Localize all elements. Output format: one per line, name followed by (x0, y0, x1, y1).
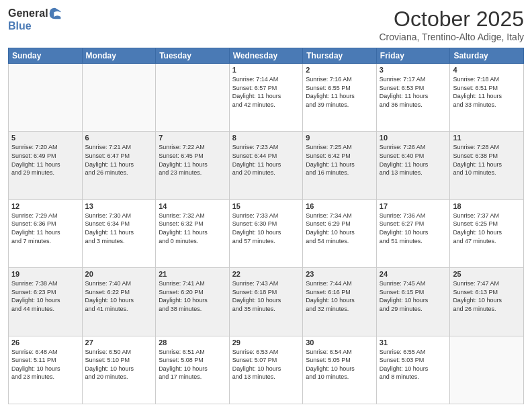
table-row: 8Sunrise: 7:23 AM Sunset: 6:44 PM Daylig… (229, 132, 303, 199)
day-info: Sunrise: 7:38 AM Sunset: 6:23 PM Dayligh… (11, 279, 79, 313)
table-row: 21Sunrise: 7:41 AM Sunset: 6:20 PM Dayli… (156, 268, 230, 336)
col-saturday: Saturday (450, 48, 524, 64)
day-info: Sunrise: 7:14 AM Sunset: 6:57 PM Dayligh… (232, 75, 300, 109)
table-row: 20Sunrise: 7:40 AM Sunset: 6:22 PM Dayli… (82, 268, 156, 336)
day-info: Sunrise: 7:41 AM Sunset: 6:20 PM Dayligh… (159, 279, 226, 313)
day-number: 25 (453, 270, 521, 278)
table-row: 17Sunrise: 7:36 AM Sunset: 6:27 PM Dayli… (376, 199, 450, 267)
day-number: 22 (232, 270, 300, 278)
day-info: Sunrise: 6:54 AM Sunset: 5:05 PM Dayligh… (306, 348, 373, 381)
day-info: Sunrise: 7:30 AM Sunset: 6:34 PM Dayligh… (85, 212, 153, 245)
calendar-row: 1Sunrise: 7:14 AM Sunset: 6:57 PM Daylig… (9, 64, 524, 132)
logo: General Blue (8, 7, 62, 32)
day-number: 8 (232, 134, 300, 142)
day-number: 10 (380, 134, 447, 142)
day-number: 20 (85, 270, 153, 278)
logo-icon (48, 7, 62, 20)
table-row: 29Sunrise: 6:53 AM Sunset: 5:07 PM Dayli… (229, 336, 303, 404)
day-info: Sunrise: 7:25 AM Sunset: 6:42 PM Dayligh… (306, 143, 373, 177)
table-row: 25Sunrise: 7:47 AM Sunset: 6:13 PM Dayli… (450, 268, 524, 336)
day-info: Sunrise: 7:43 AM Sunset: 6:18 PM Dayligh… (232, 279, 300, 313)
table-row (82, 64, 156, 132)
page: General Blue October 2025 Croviana, Tren… (0, 0, 532, 411)
day-number: 24 (380, 270, 447, 278)
day-info: Sunrise: 6:50 AM Sunset: 5:10 PM Dayligh… (85, 348, 153, 381)
table-row: 11Sunrise: 7:28 AM Sunset: 6:38 PM Dayli… (450, 132, 524, 199)
day-number: 31 (380, 338, 447, 347)
day-info: Sunrise: 7:47 AM Sunset: 6:13 PM Dayligh… (453, 279, 521, 313)
table-row: 30Sunrise: 6:54 AM Sunset: 5:05 PM Dayli… (303, 336, 377, 404)
day-info: Sunrise: 7:45 AM Sunset: 6:15 PM Dayligh… (380, 279, 447, 313)
table-row: 2Sunrise: 7:16 AM Sunset: 6:55 PM Daylig… (303, 64, 377, 132)
day-number: 12 (11, 202, 79, 210)
table-row: 14Sunrise: 7:32 AM Sunset: 6:32 PM Dayli… (156, 199, 230, 267)
day-number: 6 (85, 134, 153, 142)
day-number: 15 (232, 202, 300, 210)
table-row: 6Sunrise: 7:21 AM Sunset: 6:47 PM Daylig… (82, 132, 156, 199)
day-number: 29 (232, 338, 300, 347)
table-row: 9Sunrise: 7:25 AM Sunset: 6:42 PM Daylig… (303, 132, 377, 199)
day-info: Sunrise: 7:28 AM Sunset: 6:38 PM Dayligh… (453, 143, 521, 177)
day-number: 21 (159, 270, 226, 278)
day-number: 26 (11, 338, 79, 347)
table-row: 10Sunrise: 7:26 AM Sunset: 6:40 PM Dayli… (376, 132, 450, 199)
day-number: 14 (159, 202, 226, 210)
table-row: 18Sunrise: 7:37 AM Sunset: 6:25 PM Dayli… (450, 199, 524, 267)
logo-text-blue: Blue (8, 20, 32, 32)
table-row: 16Sunrise: 7:34 AM Sunset: 6:29 PM Dayli… (303, 199, 377, 267)
col-sunday: Sunday (9, 48, 83, 64)
month-title: October 2025 (379, 7, 524, 32)
day-number: 19 (11, 270, 79, 278)
day-number: 7 (159, 134, 226, 142)
day-info: Sunrise: 7:26 AM Sunset: 6:40 PM Dayligh… (380, 143, 447, 177)
day-info: Sunrise: 7:21 AM Sunset: 6:47 PM Dayligh… (85, 143, 153, 177)
table-row: 19Sunrise: 7:38 AM Sunset: 6:23 PM Dayli… (9, 268, 83, 336)
table-row: 31Sunrise: 6:55 AM Sunset: 5:03 PM Dayli… (376, 336, 450, 404)
day-info: Sunrise: 7:16 AM Sunset: 6:55 PM Dayligh… (306, 75, 373, 109)
table-row: 24Sunrise: 7:45 AM Sunset: 6:15 PM Dayli… (376, 268, 450, 336)
day-info: Sunrise: 7:29 AM Sunset: 6:36 PM Dayligh… (11, 212, 79, 245)
table-row: 3Sunrise: 7:17 AM Sunset: 6:53 PM Daylig… (376, 64, 450, 132)
day-number: 4 (453, 66, 521, 74)
day-info: Sunrise: 7:17 AM Sunset: 6:53 PM Dayligh… (380, 75, 447, 109)
day-info: Sunrise: 7:34 AM Sunset: 6:29 PM Dayligh… (306, 212, 373, 245)
day-info: Sunrise: 6:53 AM Sunset: 5:07 PM Dayligh… (232, 348, 300, 381)
day-info: Sunrise: 7:18 AM Sunset: 6:51 PM Dayligh… (453, 75, 521, 109)
day-number: 28 (159, 338, 226, 347)
calendar-table: Sunday Monday Tuesday Wednesday Thursday… (8, 48, 524, 404)
day-number: 11 (453, 134, 521, 142)
calendar-row: 12Sunrise: 7:29 AM Sunset: 6:36 PM Dayli… (9, 199, 524, 267)
day-info: Sunrise: 7:37 AM Sunset: 6:25 PM Dayligh… (453, 212, 521, 245)
day-number: 17 (380, 202, 447, 210)
table-row: 27Sunrise: 6:50 AM Sunset: 5:10 PM Dayli… (82, 336, 156, 404)
calendar-row: 19Sunrise: 7:38 AM Sunset: 6:23 PM Dayli… (9, 268, 524, 336)
day-info: Sunrise: 6:55 AM Sunset: 5:03 PM Dayligh… (380, 348, 447, 381)
table-row: 5Sunrise: 7:20 AM Sunset: 6:49 PM Daylig… (9, 132, 83, 199)
header: General Blue October 2025 Croviana, Tren… (8, 7, 524, 42)
day-info: Sunrise: 6:48 AM Sunset: 5:11 PM Dayligh… (11, 348, 79, 381)
col-monday: Monday (82, 48, 156, 64)
table-row: 26Sunrise: 6:48 AM Sunset: 5:11 PM Dayli… (9, 336, 83, 404)
col-tuesday: Tuesday (156, 48, 230, 64)
day-info: Sunrise: 7:33 AM Sunset: 6:30 PM Dayligh… (232, 212, 300, 245)
day-number: 23 (306, 270, 373, 278)
day-info: Sunrise: 7:36 AM Sunset: 6:27 PM Dayligh… (380, 212, 447, 245)
day-number: 27 (85, 338, 153, 347)
table-row (9, 64, 83, 132)
logo-text-general: General (8, 7, 48, 19)
day-info: Sunrise: 7:44 AM Sunset: 6:16 PM Dayligh… (306, 279, 373, 313)
day-number: 16 (306, 202, 373, 210)
day-info: Sunrise: 7:32 AM Sunset: 6:32 PM Dayligh… (159, 212, 226, 245)
table-row: 15Sunrise: 7:33 AM Sunset: 6:30 PM Dayli… (229, 199, 303, 267)
calendar-row: 26Sunrise: 6:48 AM Sunset: 5:11 PM Dayli… (9, 336, 524, 404)
calendar-header-row: Sunday Monday Tuesday Wednesday Thursday… (9, 48, 524, 64)
table-row (156, 64, 230, 132)
col-wednesday: Wednesday (229, 48, 303, 64)
day-info: Sunrise: 6:51 AM Sunset: 5:08 PM Dayligh… (159, 348, 226, 381)
table-row: 28Sunrise: 6:51 AM Sunset: 5:08 PM Dayli… (156, 336, 230, 404)
table-row: 1Sunrise: 7:14 AM Sunset: 6:57 PM Daylig… (229, 64, 303, 132)
day-number: 9 (306, 134, 373, 142)
table-row: 12Sunrise: 7:29 AM Sunset: 6:36 PM Dayli… (9, 199, 83, 267)
day-info: Sunrise: 7:40 AM Sunset: 6:22 PM Dayligh… (85, 279, 153, 313)
table-row: 13Sunrise: 7:30 AM Sunset: 6:34 PM Dayli… (82, 199, 156, 267)
